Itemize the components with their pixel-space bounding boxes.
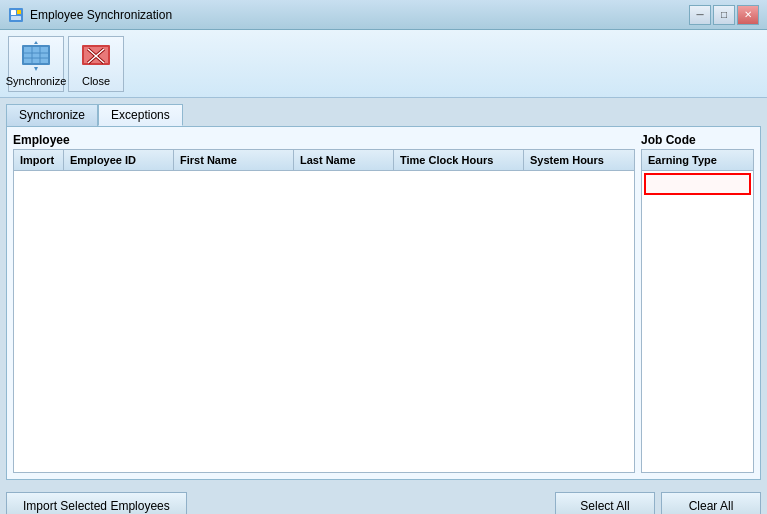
jobcode-table-header: Earning Type	[642, 150, 753, 171]
close-window-button[interactable]: ✕	[737, 5, 759, 25]
employee-section-label: Employee	[13, 133, 635, 147]
synchronize-label: Synchronize	[6, 75, 67, 87]
svg-rect-2	[17, 10, 21, 14]
clear-all-button[interactable]: Clear All	[661, 492, 761, 514]
title-bar: Employee Synchronization ─ □ ✕	[0, 0, 767, 30]
close-tb-icon	[80, 41, 112, 73]
col-employee-id: Employee ID	[64, 150, 174, 170]
close-toolbar-button[interactable]: Close	[68, 36, 124, 92]
main-content: Synchronize Exceptions Employee Import E…	[0, 98, 767, 486]
employee-table-body[interactable]	[14, 171, 634, 468]
jobcode-table: Earning Type	[641, 149, 754, 473]
right-buttons: Select All Clear All	[555, 492, 761, 514]
employee-section: Employee Import Employee ID First Name L…	[13, 133, 635, 473]
maximize-button[interactable]: □	[713, 5, 735, 25]
tab-synchronize[interactable]: Synchronize	[6, 104, 98, 126]
tabs: Synchronize Exceptions	[6, 104, 761, 126]
window-controls: ─ □ ✕	[689, 5, 759, 25]
employee-table: Import Employee ID First Name Last Name …	[13, 149, 635, 473]
tab-exceptions[interactable]: Exceptions	[98, 104, 183, 126]
synchronize-icon	[20, 41, 52, 73]
jobcode-section-label: Job Code	[641, 133, 754, 147]
svg-rect-1	[11, 10, 16, 15]
select-all-button[interactable]: Select All	[555, 492, 655, 514]
col-last-name: Last Name	[294, 150, 394, 170]
exceptions-panel: Employee Import Employee ID First Name L…	[6, 126, 761, 480]
employee-table-header: Import Employee ID First Name Last Name …	[14, 150, 634, 171]
col-first-name: First Name	[174, 150, 294, 170]
synchronize-toolbar-button[interactable]: Synchronize	[8, 36, 64, 92]
minimize-button[interactable]: ─	[689, 5, 711, 25]
col-import: Import	[14, 150, 64, 170]
jobcode-section: Job Code Earning Type	[641, 133, 754, 473]
import-selected-button[interactable]: Import Selected Employees	[6, 492, 187, 514]
svg-marker-10	[34, 67, 38, 71]
col-earning-type: Earning Type	[642, 150, 753, 170]
bottom-buttons: Import Selected Employees Select All Cle…	[0, 486, 767, 514]
svg-marker-11	[34, 41, 38, 44]
app-icon	[8, 7, 24, 23]
col-time-clock-hours: Time Clock Hours	[394, 150, 524, 170]
window-title: Employee Synchronization	[30, 8, 689, 22]
panel-inner: Employee Import Employee ID First Name L…	[13, 133, 754, 473]
col-system-hours: System Hours	[524, 150, 634, 170]
toolbar: Synchronize Close	[0, 30, 767, 98]
svg-rect-3	[11, 16, 21, 20]
earning-type-input[interactable]	[644, 173, 751, 195]
svg-rect-5	[24, 47, 48, 63]
close-tb-label: Close	[82, 75, 110, 87]
